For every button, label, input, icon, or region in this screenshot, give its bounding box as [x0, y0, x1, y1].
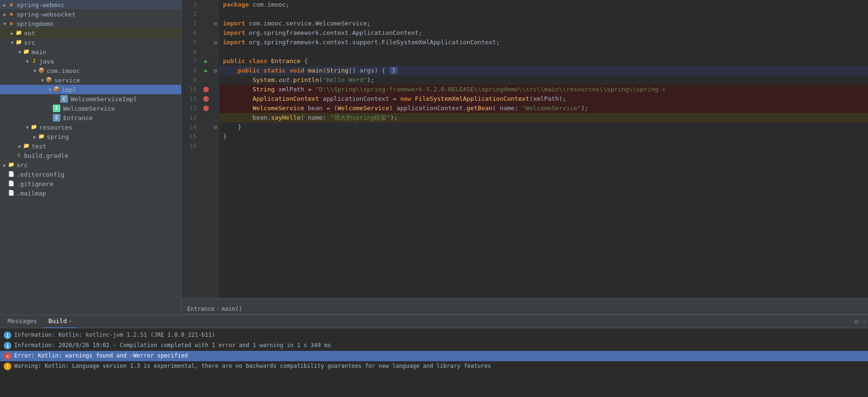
line-num-12: 12 [185, 104, 197, 113]
tree-item-springdemo[interactable]: ▼ ◼ springdemo [0, 19, 181, 28]
tree-item-WelcomeServiceImpl[interactable]: ▶ C WelcomeServiceImpl [0, 94, 181, 104]
tree-label: test [32, 143, 46, 150]
tree-item-resources[interactable]: ▼ 📁 resources [0, 122, 181, 132]
gradle-icon: G [15, 152, 23, 159]
panel-actions: ⚙ − [854, 318, 866, 325]
warning-icon: ! [4, 363, 11, 370]
tab-build[interactable]: Build ✕ [43, 315, 78, 328]
line-num-5: 5 [185, 38, 197, 47]
tab-messages[interactable]: Messages [2, 315, 43, 328]
tree-item-Entrance[interactable]: ▶ C Entrance [0, 113, 181, 122]
code-line-6 [219, 47, 868, 57]
gutter-12[interactable] [200, 104, 212, 113]
folder-icon: 📁 [23, 48, 30, 56]
gutter-4 [200, 28, 212, 38]
code-editor[interactable]: 1 2 3 4 5 6 7 8 9 10 11 12 13 14 15 16 [182, 0, 868, 298]
tree-item-main[interactable]: ▼ 📁 main [0, 47, 181, 57]
tree-item-src-top[interactable]: ▶ 📁 src [0, 160, 181, 170]
tab-build-close[interactable]: ✕ [69, 318, 72, 324]
msg-row-info-2[interactable]: i Information: 2020/9/26 19:02 - Compila… [0, 340, 868, 351]
gutter-7[interactable]: ▶ [200, 57, 212, 66]
gutter-1 [200, 0, 212, 9]
minimize-icon[interactable]: − [862, 318, 866, 325]
gutter-13 [200, 113, 212, 122]
gutter-3 [200, 19, 212, 28]
tree-label: build.gradle [24, 152, 68, 159]
code-line-5: import org.springframework.context.suppo… [219, 38, 868, 47]
horizontal-scrollbar[interactable] [182, 298, 868, 304]
tree-item-mailmap[interactable]: ▶ 📄 .mailmap [0, 188, 181, 198]
line-num-2: 2 [185, 9, 197, 19]
tree-label: java [39, 58, 54, 65]
tree-item-gitignore[interactable]: ▶ 📄 .gitignore [0, 179, 181, 188]
breakpoint-icon[interactable] [203, 96, 209, 102]
code-line-3: import com.imooc.service.WelcomeService; [219, 19, 868, 28]
tree-item-WelcomeService[interactable]: ▶ I WelcomeService [0, 104, 181, 113]
java-source-icon: J [30, 57, 38, 65]
folder-icon: 📁 [15, 39, 23, 46]
run-icon[interactable]: ▶ [204, 66, 207, 75]
msg-row-info-1[interactable]: i Information: Kotlin: kotlinc-jvm 1.2.5… [0, 330, 868, 340]
bottom-panel: Messages Build ✕ ⚙ − i Information: Kotl… [0, 315, 868, 397]
line-num-13: 13 [185, 113, 197, 122]
folder-icon: 📁 [30, 123, 38, 131]
tree-label: .gitignore [17, 180, 53, 187]
tree-item-service[interactable]: ▼ 📦 service [0, 75, 181, 85]
tree-item-build-gradle[interactable]: ▶ G build.gradle [0, 151, 181, 160]
line-num-10: 10 [185, 85, 197, 94]
code-line-15: } [219, 132, 868, 141]
folder-icon: 📁 [8, 161, 15, 169]
msg-text-info-1: Information: Kotlin: kotlinc-jvm 1.2.51 … [14, 332, 864, 338]
tree-item-test[interactable]: ▶ 📁 test [0, 141, 181, 151]
tree-item-impl[interactable]: ▼ 📦 impl [0, 85, 181, 94]
file-tree[interactable]: ▶ ◼ spring-webmvc ▶ ◼ spring-websocket ▼… [0, 0, 182, 315]
gutter-9 [200, 75, 212, 85]
tree-item-spring[interactable]: ▶ 📁 spring [0, 132, 181, 141]
tree-label: WelcomeServiceImpl [71, 96, 137, 103]
code-line-7: public class Entrance { [219, 57, 868, 66]
line-numbers: 1 2 3 4 5 6 7 8 9 10 11 12 13 14 15 16 [182, 0, 200, 298]
line-num-7: 7 [185, 57, 197, 66]
tree-item-com-imooc[interactable]: ▼ 📦 com.imooc [0, 66, 181, 75]
tree-label: src [17, 162, 27, 169]
collapse-arrow: ▼ [40, 78, 45, 83]
code-line-2 [219, 9, 868, 19]
tree-label: out [24, 30, 35, 37]
line-num-9: 9 [185, 75, 197, 85]
file-icon: 📄 [8, 189, 15, 197]
settings-icon[interactable]: ⚙ [854, 318, 858, 325]
line-num-14: 14 [185, 122, 197, 132]
tree-label: service [54, 77, 80, 84]
tree-label: impl [62, 86, 76, 93]
breadcrumb-entrance: Entrance [187, 306, 215, 312]
gutter-5 [200, 38, 212, 47]
code-line-4: import org.springframework.context.Appli… [219, 28, 868, 38]
tree-item-src[interactable]: ▼ 📁 src [0, 38, 181, 47]
msg-row-error[interactable]: ✕ Error: Kotlin: warnings found and -Wer… [0, 351, 868, 361]
class-icon: C [53, 114, 60, 122]
editor-area: 1 2 3 4 5 6 7 8 9 10 11 12 13 14 15 16 [182, 0, 868, 315]
tree-item-out[interactable]: ▶ 📁 out [0, 28, 181, 38]
gutter-14 [200, 122, 212, 132]
code-content: package com.imooc; import com.imooc.serv… [219, 0, 868, 298]
msg-row-warning[interactable]: ! Warning: Kotlin: Language version 1.3 … [0, 361, 868, 372]
tree-label: spring [47, 133, 69, 140]
gutter: ▶ ▶ [200, 0, 212, 298]
code-line-9: System.out.println("Hello Word"); [219, 75, 868, 85]
tree-item-java[interactable]: ▼ J java [0, 57, 181, 66]
tree-item-spring-websocket[interactable]: ▶ ◼ spring-websocket [0, 9, 181, 19]
gutter-11[interactable] [200, 94, 212, 104]
tree-label: resources [39, 124, 72, 131]
breakpoint-icon[interactable] [203, 87, 209, 92]
breakpoint-icon[interactable] [203, 105, 209, 111]
gutter-8[interactable]: ▶ [200, 66, 212, 75]
module-icon: ◼ [8, 1, 15, 8]
gutter-10[interactable] [200, 85, 212, 94]
tree-label: spring-websocket [17, 11, 75, 18]
run-icon[interactable]: ▶ [204, 57, 207, 66]
tree-item-spring-webmvc[interactable]: ▶ ◼ spring-webmvc [0, 0, 181, 9]
collapse-arrow: ▼ [9, 40, 15, 45]
tree-label: Entrance [63, 114, 93, 122]
tree-label: WelcomeService [63, 105, 115, 112]
tree-item-editorconfig[interactable]: ▶ 📄 .editorconfig [0, 170, 181, 179]
